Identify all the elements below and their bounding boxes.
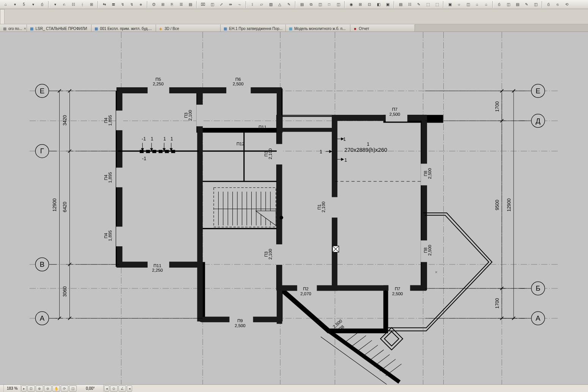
toolbar-button[interactable]: ⬚ (424, 1, 432, 8)
svg-rect-30 (421, 115, 427, 290)
toolbar-button[interactable]: ◫ (316, 1, 324, 8)
toolbar-button[interactable]: ▤ (396, 1, 405, 8)
svg-text:П7: П7 (395, 287, 400, 291)
toolbar-button[interactable]: ⌂ (482, 1, 490, 8)
toolbar-button[interactable]: ⎙ (38, 1, 46, 8)
tab-label: ого по... (8, 27, 22, 31)
toolbar-button[interactable]: ◫ (504, 1, 512, 8)
toolbar-button[interactable]: ◫ (334, 1, 342, 8)
svg-rect-79 (385, 332, 399, 346)
svg-rect-96 (171, 150, 175, 153)
toolbar-button[interactable]: 5 (20, 1, 28, 8)
close-icon[interactable]: × (24, 27, 26, 31)
toolbar-button[interactable]: ⎘ (168, 1, 176, 8)
toolbar-button[interactable]: ↯ (128, 1, 136, 8)
toolbar-button[interactable]: ◉ (347, 1, 355, 8)
svg-text:А: А (536, 314, 541, 322)
toolbar-button[interactable]: ⎋ (553, 1, 562, 8)
toolbar-button[interactable]: ⎙ (495, 1, 503, 8)
toolbar-button[interactable]: ⟲ (563, 1, 571, 8)
angle-tool-button[interactable]: ⊙ (110, 386, 118, 392)
svg-line-72 (356, 340, 372, 352)
document-tab[interactable]: ▦Модель монолитного ж.б. п... (286, 24, 350, 31)
toolbar-button[interactable]: △ (276, 1, 284, 8)
toolbar-button[interactable]: ☼ (455, 1, 463, 8)
toolbar-button[interactable]: ◫ (208, 1, 216, 8)
toolbar-button[interactable]: ◫ (464, 1, 472, 8)
toolbar-button[interactable]: ▤ (298, 1, 306, 8)
toolbar-button[interactable]: ⇆ (100, 1, 109, 8)
toolbar-button[interactable]: ⏣ (150, 1, 158, 8)
toolbar-button[interactable]: ⊡ (365, 1, 374, 8)
toolbar-button[interactable]: ⎙ (544, 1, 553, 8)
toolbar-button[interactable]: ⊞ (356, 1, 364, 8)
toolbar-button[interactable]: ◧ (374, 1, 383, 8)
toolbar-button[interactable]: ⊞ (159, 1, 167, 8)
toolbar-button[interactable]: □ (325, 1, 333, 8)
toolbar-button[interactable]: ⬚ (433, 1, 441, 8)
toolbar-button[interactable]: ▣ (383, 1, 392, 8)
toolbar-button[interactable]: ⌂ (473, 1, 481, 8)
toolbar-button[interactable]: ⊞ (87, 1, 96, 8)
document-tab[interactable]: ▦001 Експл. прим. житл. буд.... (91, 24, 156, 31)
tab-label: 3D / Все (164, 27, 179, 31)
toolbar-button[interactable]: ☷ (69, 1, 77, 8)
toolbar-button[interactable]: ✎ (285, 1, 293, 8)
toolbar-button[interactable]: ▧ (266, 1, 275, 8)
svg-line-75 (374, 354, 389, 366)
svg-text:П3: П3 (264, 252, 268, 257)
svg-text:1: 1 (163, 136, 166, 142)
pan-button[interactable]: ✋ (52, 386, 60, 392)
toolbar-button[interactable]: ⤢ (217, 1, 225, 8)
toolbar-button[interactable]: 〓 (109, 1, 118, 8)
document-tab[interactable]: ▦ЕН.1 Про затвердження Пор... (221, 24, 286, 31)
rotate-button[interactable]: ⟳ (61, 386, 68, 392)
toolbar-button[interactable]: ▣ (446, 1, 454, 8)
svg-rect-95 (165, 150, 169, 153)
document-tab[interactable]: ▦LSR_ СТАЛЬНЫЕ ПРОФИЛИ (27, 24, 91, 31)
toolbar-button[interactable]: ⏦ (235, 1, 244, 8)
toolbar-button[interactable]: ✎ (415, 1, 423, 8)
toolbar-button[interactable]: ⏥ (257, 1, 266, 8)
zoom-fit-button[interactable]: ⊡ (27, 386, 35, 392)
angle-next-button[interactable]: ◂ (127, 386, 132, 392)
toolbar-button[interactable]: ✎ (522, 1, 531, 8)
dimension-text: 12900 (52, 198, 57, 212)
angle-prev-button[interactable]: ◂ (104, 386, 109, 392)
toolbar-button[interactable]: ▾ (11, 1, 19, 8)
svg-text:1,895: 1,895 (108, 115, 112, 126)
toolbar-button[interactable]: ⟊ (78, 1, 87, 8)
toolbar-button[interactable]: ☰ (177, 1, 185, 8)
lintel-label: П41,895 (104, 115, 112, 126)
svg-text:2,250: 2,250 (153, 82, 164, 86)
zoom-prev-button[interactable]: ▸ (21, 386, 27, 392)
document-tab[interactable]: ◈3D / Все (156, 24, 221, 31)
toolbar-button[interactable]: ⧉ (307, 1, 315, 8)
svg-text:П9: П9 (237, 318, 243, 323)
angle-reset-button[interactable]: ∠ (118, 386, 126, 392)
document-tab[interactable]: ■Отчет (350, 24, 415, 31)
toolbar-button[interactable]: ▤ (186, 1, 194, 8)
zoom-in-button[interactable]: ⊕ (36, 386, 43, 392)
toolbar-button[interactable]: ▾ (29, 1, 37, 8)
toolbar-button[interactable]: ⟟ (248, 1, 257, 8)
toolbar-button[interactable]: ⌧ (199, 1, 207, 8)
view-button[interactable]: ◫ (69, 386, 77, 392)
toolbar-button[interactable]: ⎌ (60, 1, 68, 8)
toolbar-button[interactable]: ⌂ (2, 1, 10, 8)
document-tab[interactable]: ▦ого по...× (0, 24, 27, 31)
dimension-text: 1700 (495, 101, 500, 112)
toolbar-button[interactable]: ↯ (118, 1, 127, 8)
drawing-canvas[interactable]: × -1 1 1 1 -1 (0, 32, 588, 384)
toolbar-button[interactable]: ☷ (405, 1, 414, 8)
toolbar-button[interactable]: ▤ (513, 1, 522, 8)
section-marks-right: 1 1 1 1 270x2889(h)x260 (320, 137, 387, 163)
toolbar-button[interactable]: ⇛ (226, 1, 235, 8)
zoom-out-button[interactable]: ⊖ (44, 386, 52, 392)
toolbar-button[interactable]: ◫ (531, 1, 540, 8)
toolbar-button[interactable]: ▾ (51, 1, 59, 8)
svg-rect-92 (146, 150, 150, 153)
svg-rect-40 (276, 144, 283, 164)
svg-text:П8: П8 (423, 171, 428, 176)
toolbar-button[interactable]: ⎈ (137, 1, 145, 8)
